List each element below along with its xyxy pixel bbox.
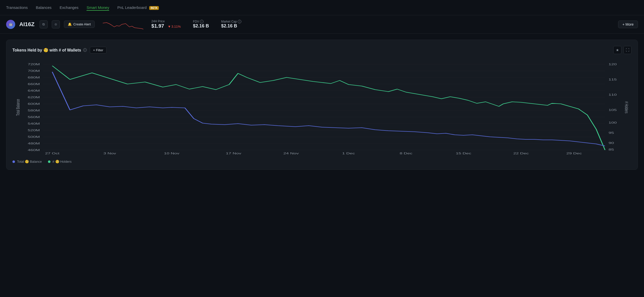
market-cap-value: $2.16 B — [221, 23, 241, 29]
svg-text:640M: 640M — [28, 89, 40, 92]
legend-label-holders: # 🧐 Holders — [53, 160, 72, 163]
price-value: $1.97 — [151, 23, 164, 29]
svg-text:85: 85 — [608, 148, 614, 151]
svg-text:660M: 660M — [28, 82, 40, 86]
market-cap-label: Market Cap — [221, 20, 237, 23]
svg-text:110: 110 — [608, 93, 617, 96]
svg-text:600M: 600M — [28, 102, 40, 105]
market-cap-info-icon[interactable]: i — [238, 20, 241, 23]
legend-dot-holders — [48, 160, 50, 163]
watch-button[interactable]: ◎ — [52, 20, 60, 28]
svg-text:1 Dec: 1 Dec — [342, 152, 355, 155]
svg-text:# Holders: # Holders — [624, 101, 629, 113]
price-label: 24H Price — [151, 20, 181, 23]
svg-text:115: 115 — [608, 78, 617, 81]
down-arrow-icon: ▼ — [168, 25, 171, 28]
svg-text:90: 90 — [608, 141, 614, 144]
main-content: Tokens Held by 🧐 with # of Wallets i + F… — [0, 34, 644, 176]
nav-pnl-leaderboard[interactable]: PnL Leaderboard BETA — [117, 4, 159, 11]
svg-text:27 Oct: 27 Oct — [45, 152, 60, 155]
svg-text:580M: 580M — [28, 109, 40, 112]
chart-card: Tokens Held by 🧐 with # of Wallets i + F… — [6, 40, 638, 170]
expand-icon: ⛶ — [626, 48, 629, 52]
svg-text:120: 120 — [608, 63, 617, 66]
svg-text:22 Dec: 22 Dec — [513, 152, 529, 155]
chart-area: .grid-line { stroke: #21262d; stroke-wid… — [12, 59, 632, 156]
svg-text:680M: 680M — [28, 76, 40, 79]
svg-text:10 Nov: 10 Nov — [164, 152, 179, 155]
svg-text:520M: 520M — [28, 129, 40, 132]
copy-button[interactable]: ⧉ — [40, 20, 48, 28]
svg-text:100: 100 — [608, 121, 617, 124]
svg-text:620M: 620M — [28, 96, 40, 99]
svg-text:17 Nov: 17 Nov — [226, 152, 241, 155]
fdv-section: FDV i $2.16 B — [193, 20, 209, 29]
svg-text:24 Nov: 24 Nov — [283, 152, 299, 155]
svg-text:540M: 540M — [28, 122, 40, 125]
create-alert-button[interactable]: 🔔 Create Alert — [64, 21, 95, 28]
nav-balances[interactable]: Balances — [36, 4, 52, 11]
svg-text:Total Balance: Total Balance — [15, 99, 21, 116]
legend-total-balance: Total 🧐 Balance — [12, 160, 42, 163]
beta-badge: BETA — [149, 6, 159, 10]
svg-text:3 Nov: 3 Nov — [103, 152, 116, 155]
nav-transactions[interactable]: Transactions — [6, 4, 28, 11]
chart-title: Tokens Held by 🧐 with # of Wallets i — [12, 48, 87, 53]
header-bar: 🤖 AI16Z ⧉ ◎ 🔔 Create Alert 24H Price $1.… — [0, 15, 644, 34]
svg-text:95: 95 — [608, 131, 614, 134]
legend-label-balance: Total 🧐 Balance — [17, 160, 42, 163]
svg-text:8 Dec: 8 Dec — [400, 152, 412, 155]
price-section: 24H Price $1.97 ▼ 3.11% — [151, 20, 181, 29]
token-avatar: 🤖 — [6, 20, 15, 29]
chart-legend: Total 🧐 Balance # 🧐 Holders — [12, 160, 632, 163]
expand-button[interactable]: ⛶ — [623, 46, 632, 54]
market-cap-section: Market Cap i $2.16 B — [221, 20, 241, 29]
legend-dot-balance — [12, 160, 15, 163]
fdv-value: $2.16 B — [193, 23, 209, 29]
svg-text:560M: 560M — [28, 116, 40, 119]
filter-button[interactable]: + Filter — [90, 47, 107, 54]
legend-num-holders: # 🧐 Holders — [48, 160, 72, 163]
svg-text:480M: 480M — [28, 142, 40, 145]
svg-text:720M: 720M — [28, 63, 40, 66]
more-button[interactable]: + More — [618, 21, 638, 28]
chart-svg: .grid-line { stroke: #21262d; stroke-wid… — [12, 59, 632, 156]
svg-text:500M: 500M — [28, 135, 40, 138]
chart-info-icon[interactable]: i — [83, 48, 87, 52]
price-change: ▼ 3.11% — [168, 25, 181, 28]
fdv-info-icon[interactable]: i — [200, 20, 204, 23]
top-nav: Transactions Balances Exchanges Smart Mo… — [0, 0, 644, 15]
nav-smart-money[interactable]: Smart Money — [87, 4, 109, 11]
mini-price-chart — [103, 18, 143, 31]
star-button[interactable]: ★ — [613, 46, 621, 54]
svg-text:700M: 700M — [28, 69, 40, 72]
token-name: AI16Z — [19, 21, 35, 28]
svg-text:15 Dec: 15 Dec — [456, 152, 471, 155]
svg-text:460M: 460M — [28, 148, 40, 152]
chart-actions: ★ ⛶ — [613, 46, 632, 54]
svg-text:29 Dec: 29 Dec — [566, 152, 582, 155]
svg-text:105: 105 — [608, 108, 617, 111]
bell-icon: 🔔 — [68, 22, 72, 26]
fdv-label: FDV — [193, 20, 199, 23]
nav-exchanges[interactable]: Exchanges — [60, 4, 78, 11]
chart-header: Tokens Held by 🧐 with # of Wallets i + F… — [12, 46, 632, 54]
